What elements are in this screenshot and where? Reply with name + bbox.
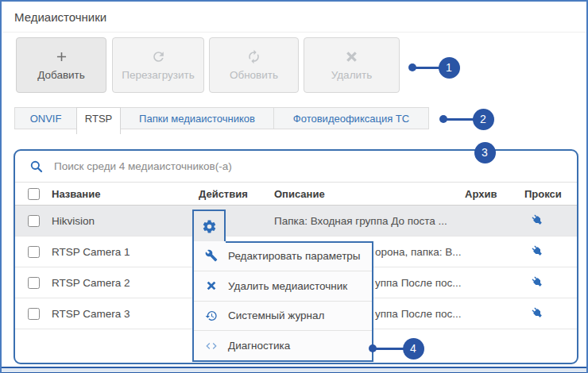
search-icon <box>29 160 43 173</box>
column-header-archive: Архив <box>465 188 524 200</box>
row-checkbox[interactable] <box>28 308 40 320</box>
menu-item-label: Удалить медиаисточник <box>228 280 347 292</box>
plus-icon <box>54 49 69 64</box>
delete-button-label: Удалить <box>331 69 373 81</box>
history-icon <box>205 310 218 322</box>
bottom-frame-bar <box>2 367 588 373</box>
row-proxy-cell <box>524 213 577 229</box>
add-button[interactable]: Добавить <box>16 37 106 93</box>
refresh-icon <box>246 49 261 64</box>
power-plug-icon <box>531 244 544 257</box>
row-description-text: уппа После пос... <box>375 277 462 289</box>
row-actions-trigger[interactable] <box>192 210 226 241</box>
tab-onvif[interactable]: ONVIF <box>14 107 77 129</box>
search-input[interactable] <box>52 160 577 173</box>
delete-button[interactable]: Удалить <box>304 37 400 93</box>
media-sources-window: Медиаисточники Добавить Перезагрузить Об… <box>0 0 588 373</box>
actions-context-menu: Редактировать параметры Удалить медиаист… <box>192 241 373 362</box>
column-header-name: Название <box>52 188 199 200</box>
power-plug-icon <box>531 213 544 226</box>
menu-item-diagnostics[interactable]: Диагностика <box>194 330 372 360</box>
row-name: Hikvision <box>52 215 199 227</box>
menu-item-label: Системный журнал <box>228 310 324 321</box>
callout-1-badge: 1 <box>439 57 460 79</box>
add-button-label: Добавить <box>37 69 85 81</box>
menu-item-edit-parameters[interactable]: Редактировать параметры <box>194 241 372 271</box>
tab-rtsp[interactable]: RTSP <box>76 107 121 134</box>
power-plug-icon <box>531 306 544 319</box>
tab-media-folders[interactable]: Папки медиаисточников <box>120 107 274 129</box>
title-divider <box>3 32 588 33</box>
row-proxy-cell <box>524 244 577 260</box>
page-title: Медиаисточники <box>14 10 106 24</box>
select-all-checkbox[interactable] <box>28 188 40 200</box>
refresh-button[interactable]: Обновить <box>209 37 299 93</box>
callout-2-badge: 2 <box>473 109 494 130</box>
table-header: Название Действия Описание Архив Прокси <box>15 183 577 206</box>
row-checkbox[interactable] <box>28 277 40 289</box>
close-icon <box>205 279 218 292</box>
table-row[interactable]: Hikvision Папка: Входная группа До поста… <box>15 206 577 236</box>
row-name: RTSP Camera 1 <box>52 246 199 258</box>
tab-bar: ONVIF RTSP Папки медиаисточников Фотовид… <box>14 107 429 134</box>
column-header-actions: Действия <box>199 188 274 200</box>
column-header-proxy: Прокси <box>524 188 577 200</box>
row-proxy-cell <box>524 306 577 321</box>
power-plug-icon <box>531 275 544 288</box>
row-checkbox[interactable] <box>28 246 40 258</box>
code-tags-icon <box>205 340 218 352</box>
row-name: RTSP Camera 3 <box>52 308 199 320</box>
row-checkbox[interactable] <box>28 215 40 227</box>
menu-item-system-log[interactable]: Системный журнал <box>194 301 372 331</box>
menu-item-label: Редактировать параметры <box>228 250 361 262</box>
column-header-description: Описание <box>274 188 465 200</box>
callout-4-badge: 4 <box>403 338 424 360</box>
wrench-icon <box>205 249 218 262</box>
reload-button[interactable]: Перезагрузить <box>112 37 204 93</box>
row-description-text: уппа После пос... <box>375 308 462 320</box>
callout-3-badge: 3 <box>474 142 496 163</box>
reload-button-label: Перезагрузить <box>122 69 195 81</box>
reload-icon <box>151 49 166 64</box>
menu-item-delete-media-source[interactable]: Удалить медиаисточник <box>194 271 372 301</box>
menu-item-label: Диагностика <box>228 340 290 352</box>
row-proxy-cell <box>524 275 577 290</box>
row-name: RTSP Camera 2 <box>52 277 199 289</box>
row-description: Папка: Входная группа До поста ... <box>274 215 465 227</box>
tab-photo-video-fixation[interactable]: Фотовидеофиксация ТС <box>273 107 429 129</box>
gear-icon <box>202 219 217 234</box>
close-icon <box>344 49 359 64</box>
refresh-button-label: Обновить <box>230 69 278 81</box>
row-description-text: орона, папка: В... <box>375 246 462 258</box>
